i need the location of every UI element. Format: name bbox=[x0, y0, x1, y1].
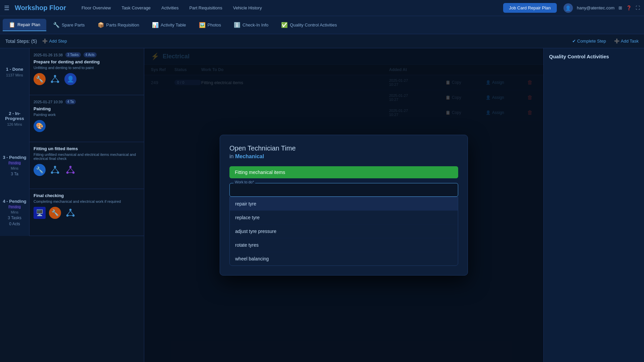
user-email: hany@atentec.com bbox=[577, 5, 614, 10]
tab-check-in-label: Check-In Info bbox=[243, 22, 268, 27]
qc-title: Quality Control Activities bbox=[549, 54, 639, 59]
step-title-3: Fitting un fitted items bbox=[34, 146, 140, 151]
dropdown-item-1[interactable]: replace tyre bbox=[230, 211, 458, 225]
tab-photos[interactable]: 🖼️ Photos bbox=[193, 19, 227, 31]
action-bar: Total Steps: (5) ➕ Add Step ✔ Complete S… bbox=[0, 34, 644, 48]
modal-input-wrapper: Work to do* bbox=[229, 183, 458, 197]
nav-vehicle-history[interactable]: Vehicle History bbox=[228, 3, 267, 12]
step-row-1: 1 - Done 1137 Mins 2025-01-26 15:38 3 Ta… bbox=[0, 48, 144, 95]
add-task-button[interactable]: ➕ Add Task bbox=[614, 39, 639, 44]
add-step-button[interactable]: ➕ Add Step bbox=[42, 39, 67, 44]
nav-task-coverage[interactable]: Task Coverage bbox=[117, 3, 155, 12]
step-acts-badge-4: 0 Acts bbox=[9, 222, 20, 226]
step-icon-wrench: 🔧 bbox=[34, 73, 46, 85]
step-desc-1: Unfitting and denting to send to paint bbox=[34, 66, 140, 70]
step-row-4: 4 - Pending Pending Mins 3 Tasks 0 Acts … bbox=[0, 189, 144, 236]
tab-quality-control[interactable]: ✅ Quality Control Activities bbox=[275, 19, 343, 31]
app-title: Workshop Floor bbox=[15, 4, 66, 12]
tab-activity-table-label: Activity Table bbox=[161, 22, 186, 27]
job-card-repair-plan-button[interactable]: Job Card Repair Plan bbox=[503, 3, 557, 13]
open-technician-time-modal: Open Technician Time in Mechanical Fitti… bbox=[220, 135, 468, 276]
svg-line-9 bbox=[52, 168, 55, 172]
qc-panel: Quality Control Activities bbox=[543, 48, 644, 362]
step-num-2: 2 - In-Progress bbox=[3, 111, 26, 121]
hamburger-icon[interactable]: ☰ bbox=[4, 4, 9, 12]
step-date-1: 2025-01-26 15:38 bbox=[34, 53, 63, 57]
step-pending-badge-4: Pending bbox=[8, 205, 21, 209]
tab-qc-label: Quality Control Activities bbox=[290, 22, 337, 27]
step-title-2: Painting bbox=[34, 106, 140, 111]
tab-parts-requisition[interactable]: 📦 Parts Requisition bbox=[92, 19, 145, 31]
check-in-icon: ℹ️ bbox=[234, 22, 240, 28]
step-num-1: 1 - Done bbox=[6, 67, 23, 72]
grid-icon[interactable]: ⊞ bbox=[619, 5, 622, 10]
add-task-icon: ➕ bbox=[614, 39, 620, 44]
expand-icon[interactable]: ⛶ bbox=[636, 5, 640, 10]
step-mins-1: 1137 Mins bbox=[6, 73, 23, 77]
step-icon-network2 bbox=[49, 164, 61, 176]
tab-spare-parts-label: Spare Parts bbox=[62, 22, 85, 27]
svg-point-6 bbox=[54, 166, 56, 168]
svg-line-21 bbox=[67, 211, 70, 215]
tab-activity-table[interactable]: 📊 Activity Table bbox=[146, 19, 192, 31]
svg-point-12 bbox=[69, 166, 71, 168]
step-icons-2: 🎨 bbox=[34, 120, 140, 132]
work-to-do-input[interactable] bbox=[229, 183, 458, 197]
user-avatar: 👤 bbox=[564, 3, 573, 13]
step-tasks-badge-4: 3 Tasks bbox=[8, 216, 21, 220]
tab-parts-req-label: Parts Requisition bbox=[106, 22, 139, 27]
work-to-do-label: Work to do* bbox=[233, 180, 255, 184]
step-card-4[interactable]: Final checking Completing mechanical and… bbox=[30, 189, 144, 236]
step-title-4: Final checking bbox=[34, 193, 140, 198]
step-label-1: 1 - Done 1137 Mins bbox=[0, 48, 30, 95]
step-card-3[interactable]: Fitting un fitted items Fitting unfitted… bbox=[30, 142, 144, 189]
step-title-1: Prepare for denting and denting bbox=[34, 59, 140, 64]
complete-step-button[interactable]: ✔ Complete Step bbox=[572, 39, 606, 44]
main-content: 1 - Done 1137 Mins 2025-01-26 15:38 3 Ta… bbox=[0, 48, 644, 362]
svg-line-10 bbox=[55, 168, 58, 172]
step-row-3: 3 - Pending Pending Mins 3 Ta Fitting un… bbox=[0, 142, 144, 189]
left-panel: 1 - Done 1137 Mins 2025-01-26 15:38 3 Ta… bbox=[0, 48, 144, 362]
step-desc-3: Fitting unfitted mechanical and electric… bbox=[34, 153, 140, 161]
step-row-2: 2 - In-Progress 126 Mins 2025-01-27 10:3… bbox=[0, 95, 144, 142]
step-icon-network3 bbox=[64, 164, 76, 176]
work-to-do-dropdown: repair tyre replace tyre adjust tyre pre… bbox=[229, 197, 458, 266]
nav-activities[interactable]: Activities bbox=[157, 3, 183, 12]
top-nav: ☰ Workshop Floor Floor Overview Task Cov… bbox=[0, 0, 644, 16]
tab-repair-plan[interactable]: 📋 Repair Plan bbox=[3, 19, 46, 31]
total-steps-label: Total Steps: (5) bbox=[5, 39, 37, 44]
svg-line-22 bbox=[70, 211, 73, 215]
dropdown-item-3[interactable]: rotate tyres bbox=[230, 238, 458, 252]
step-card-2[interactable]: 2025-01-27 10:39 4 Ta Painting Painting … bbox=[30, 95, 144, 142]
svg-point-0 bbox=[54, 75, 56, 77]
step-label-4: 4 - Pending Pending Mins 3 Tasks 0 Acts bbox=[0, 189, 30, 236]
parts-req-icon: 📦 bbox=[98, 22, 104, 28]
modal-category-bar: Fitting mechanical items bbox=[229, 166, 458, 178]
step-num-4: 4 - Pending bbox=[3, 199, 26, 204]
step-card-1[interactable]: 2025-01-26 15:38 3 Tasks 4 Acts Prepare … bbox=[30, 48, 144, 95]
step-icon-painter: 🎨 bbox=[34, 120, 46, 132]
nav-floor-overview[interactable]: Floor Overview bbox=[77, 3, 115, 12]
nav-part-requisitions[interactable]: Part Requisitions bbox=[184, 3, 227, 12]
modal-title: Open Technician Time bbox=[229, 144, 458, 152]
step-label-2: 2 - In-Progress 126 Mins bbox=[0, 95, 30, 142]
step-acts-badge-1: 4 Acts bbox=[84, 52, 97, 57]
dropdown-item-2[interactable]: adjust tyre pressure bbox=[230, 225, 458, 238]
help-icon[interactable]: ❓ bbox=[626, 5, 632, 10]
dropdown-item-0[interactable]: repair tyre bbox=[230, 197, 458, 211]
photos-icon: 🖼️ bbox=[199, 22, 206, 28]
step-icons-4: 🖥️ 🔧 bbox=[34, 207, 140, 219]
step-icons-3: 🔧 bbox=[34, 164, 140, 176]
step-num-3: 3 - Pending bbox=[3, 155, 26, 160]
svg-line-4 bbox=[55, 77, 58, 81]
step-tasks-badge-3: 3 Ta bbox=[11, 172, 18, 176]
step-label-3: 3 - Pending Pending Mins 3 Ta bbox=[0, 142, 30, 189]
tab-spare-parts[interactable]: 🔧 Spare Parts bbox=[47, 19, 91, 31]
tab-repair-plan-label: Repair Plan bbox=[17, 22, 40, 27]
step-mins-4: Mins bbox=[11, 210, 18, 214]
tab-check-in-info[interactable]: ℹ️ Check-In Info bbox=[228, 19, 274, 31]
dropdown-item-4[interactable]: wheel balancing bbox=[230, 252, 458, 265]
step-icon-network1 bbox=[49, 73, 61, 85]
user-area: 👤 hany@atentec.com ⊞ ❓ ⛶ bbox=[564, 3, 640, 13]
modal-category-name: Mechanical bbox=[235, 154, 264, 159]
